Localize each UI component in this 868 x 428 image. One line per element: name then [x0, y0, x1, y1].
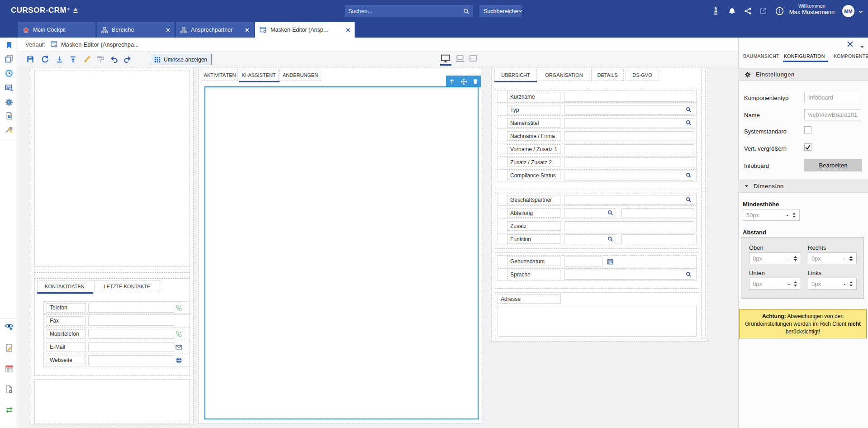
- delete-icon[interactable]: [470, 76, 481, 87]
- field-label-kurzname[interactable]: Kurzname: [507, 92, 560, 101]
- tools-icon[interactable]: [4, 124, 14, 134]
- systemstandard-checkbox[interactable]: [804, 126, 811, 133]
- field-label-geschaeftspartner[interactable]: Geschäftspartner: [507, 195, 560, 204]
- field-input-webseite[interactable]: [88, 355, 174, 365]
- field-label-vorname-zusatz1[interactable]: Vorname / Zusatz 1: [507, 144, 560, 154]
- mindesthoehe-spinner[interactable]: 50px -: [743, 209, 800, 221]
- move-icon[interactable]: [458, 76, 470, 87]
- left-empty-panel[interactable]: [34, 71, 190, 267]
- field-label-email[interactable]: E-Mail: [47, 342, 85, 352]
- process-gear-icon[interactable]: [4, 97, 14, 107]
- field-input-sprache[interactable]: [564, 270, 694, 280]
- search-areas-dropdown[interactable]: Suchbereiche: [479, 5, 522, 17]
- tab-details[interactable]: DETAILS: [591, 69, 624, 81]
- field-label-zusatz[interactable]: Zusatz: [507, 221, 560, 231]
- search-icon[interactable]: [463, 8, 470, 14]
- windows-icon[interactable]: [4, 54, 14, 64]
- bookmark-icon[interactable]: [4, 40, 14, 50]
- field-label-abteilung[interactable]: Abteilung: [507, 208, 560, 218]
- field-input-funktion-key[interactable]: [564, 234, 616, 244]
- tab-aenderungen[interactable]: ÄNDERUNGEN: [280, 69, 321, 81]
- field-label-telefon[interactable]: Telefon: [47, 303, 85, 313]
- lookup-icon[interactable]: [686, 107, 692, 113]
- report-icon[interactable]: [4, 111, 14, 121]
- field-input-kurzname[interactable]: [564, 92, 694, 102]
- settings-section-header[interactable]: Einstellungen: [738, 68, 868, 81]
- field-textarea-adresse[interactable]: [498, 306, 697, 337]
- field-input-abteilung-key[interactable]: [564, 208, 616, 218]
- undo-icon[interactable]: [109, 54, 119, 65]
- more-options-icon[interactable]: [774, 5, 785, 16]
- globe-icon[interactable]: [174, 357, 183, 364]
- selected-component[interactable]: [204, 86, 479, 419]
- field-input-email[interactable]: [88, 342, 174, 352]
- tab-ansprechpartner[interactable]: Ansprechpartner: [176, 22, 254, 38]
- redo-icon[interactable]: [122, 54, 133, 65]
- search-input[interactable]: [348, 8, 463, 14]
- tab-baumansicht[interactable]: BAUMANSICHT: [743, 53, 779, 59]
- tab-ds-gvo[interactable]: DS-GVO: [626, 69, 659, 81]
- document-gear-icon[interactable]: [4, 384, 14, 394]
- field-label-compliance-status[interactable]: Compliance Status: [507, 171, 560, 180]
- phone-call-icon[interactable]: [174, 304, 183, 311]
- lighthouse-icon[interactable]: [710, 5, 721, 16]
- tab-konfiguration[interactable]: KONFIGURATION: [784, 53, 825, 59]
- export-icon[interactable]: [67, 54, 78, 65]
- lookup-icon[interactable]: [686, 172, 692, 178]
- field-label-webseite[interactable]: Webseite: [47, 356, 85, 365]
- dimension-section-header[interactable]: Dimension: [738, 180, 868, 193]
- lookup-icon[interactable]: [607, 236, 613, 242]
- tab-aktivitaeten[interactable]: AKTIVITÄTEN: [202, 69, 238, 81]
- field-label-fax[interactable]: Fax: [47, 316, 85, 326]
- lookup-icon[interactable]: [686, 271, 692, 277]
- lookup-icon[interactable]: [686, 197, 692, 203]
- field-input-zusatz[interactable]: [564, 221, 694, 231]
- rechts-spinner[interactable]: 0px -: [808, 252, 857, 264]
- field-input-typ[interactable]: [564, 105, 694, 115]
- left-bottom-empty-panel[interactable]: [34, 379, 190, 423]
- refresh-icon[interactable]: [40, 54, 51, 65]
- field-input-funktion-text[interactable]: [621, 234, 694, 244]
- show-outlines-button[interactable]: Umrisse anzeigen: [150, 54, 212, 65]
- close-panel-icon[interactable]: [847, 41, 853, 49]
- field-input-vorname-zusatz1[interactable]: [564, 144, 694, 154]
- history-icon[interactable]: [4, 68, 14, 78]
- field-label-mobiltelefon[interactable]: Mobiltelefon: [47, 329, 85, 339]
- field-label-geburtsdatum[interactable]: Geburtsdatum: [507, 257, 560, 266]
- spinner-arrows-icon[interactable]: [792, 212, 796, 218]
- field-input-mobiltelefon[interactable]: [88, 329, 174, 339]
- search-list-icon[interactable]: [4, 83, 14, 93]
- close-tab-icon[interactable]: [166, 28, 170, 32]
- tab-ki-assistent[interactable]: KI-ASSISTENT: [239, 69, 279, 81]
- field-label-zusatz-zusatz2[interactable]: Zusatz / Zusatz 2: [507, 157, 560, 167]
- tab-komponenten[interactable]: KOMPONENTEN: [834, 53, 868, 59]
- field-input-fax[interactable]: [88, 316, 174, 326]
- laptop-preview-icon[interactable]: [455, 53, 465, 64]
- phone-call-icon[interactable]: [174, 331, 183, 338]
- field-label-typ[interactable]: Typ: [507, 105, 560, 114]
- tab-uebersicht[interactable]: ÜBERSICHT: [494, 69, 537, 81]
- field-label-sprache[interactable]: Sprache: [507, 270, 560, 279]
- calendar-icon[interactable]: [4, 363, 14, 373]
- tab-mein-cockpit[interactable]: Mein Cockpit: [18, 22, 95, 38]
- spinner-arrows-icon[interactable]: [849, 281, 853, 287]
- spinner-arrows-icon[interactable]: [849, 256, 853, 262]
- links-spinner[interactable]: 0px -: [808, 278, 857, 290]
- bearbeiten-button[interactable]: Bearbeiten: [804, 159, 862, 171]
- field-input-compliance-status[interactable]: [564, 171, 694, 181]
- field-input-namenstitel[interactable]: [564, 118, 694, 128]
- desktop-preview-icon[interactable]: [440, 53, 451, 64]
- field-label-adresse[interactable]: Adresse: [498, 294, 561, 304]
- field-input-nachname-firma[interactable]: [564, 131, 694, 141]
- brush-icon[interactable]: [81, 54, 92, 65]
- move-up-icon[interactable]: [446, 76, 458, 87]
- tab-masken-editor[interactable]: Masken-Editor (Ansp...: [255, 22, 355, 38]
- field-input-geschaeftspartner[interactable]: [564, 195, 694, 205]
- import-icon[interactable]: [54, 54, 65, 65]
- tab-bereiche[interactable]: Bereiche: [97, 22, 175, 38]
- field-label-funktion[interactable]: Funktion: [507, 234, 560, 244]
- oben-spinner[interactable]: 0px -: [749, 252, 801, 264]
- email-icon[interactable]: [174, 344, 183, 351]
- lookup-icon[interactable]: [686, 120, 692, 126]
- history-entry[interactable]: Masken-Editor (Ansprechpa...: [61, 41, 139, 48]
